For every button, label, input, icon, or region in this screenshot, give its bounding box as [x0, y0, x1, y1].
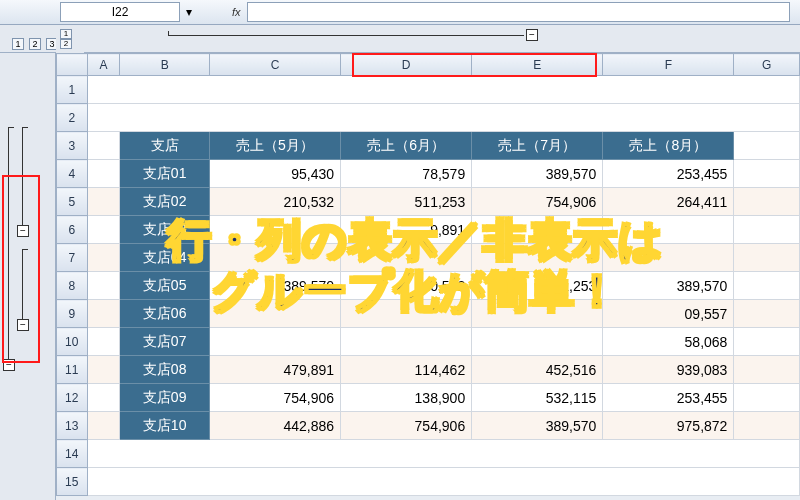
cell[interactable]: 511,253 — [341, 188, 472, 216]
cell[interactable]: 754,906 — [209, 384, 340, 412]
row-header[interactable]: 10 — [57, 328, 88, 356]
cell[interactable]: 442,886 — [209, 412, 340, 440]
branch-name[interactable]: 支店03 — [120, 216, 210, 244]
cell[interactable] — [734, 160, 800, 188]
cell[interactable] — [209, 328, 340, 356]
cell[interactable]: 532,115 — [472, 384, 603, 412]
cell[interactable] — [734, 412, 800, 440]
branch-name[interactable]: 支店04 — [120, 244, 210, 272]
col-header-F[interactable]: F — [603, 54, 734, 76]
cell[interactable] — [87, 188, 120, 216]
branch-name[interactable]: 支店09 — [120, 384, 210, 412]
cell[interactable]: 78,579 — [341, 160, 472, 188]
cell[interactable] — [87, 244, 120, 272]
cell[interactable] — [734, 384, 800, 412]
cell[interactable]: 939,083 — [603, 356, 734, 384]
cell[interactable]: 389,570 — [472, 160, 603, 188]
cell[interactable]: 479,891 — [209, 356, 340, 384]
cell[interactable]: 389,570 — [209, 272, 340, 300]
row-header[interactable]: 11 — [57, 356, 88, 384]
cell[interactable]: 58,068 — [603, 328, 734, 356]
branch-name[interactable]: 支店01 — [120, 160, 210, 188]
cell[interactable] — [603, 216, 734, 244]
row-header[interactable]: 8 — [57, 272, 88, 300]
cell[interactable]: 754,906 — [341, 412, 472, 440]
cell[interactable] — [734, 188, 800, 216]
cell[interactable] — [209, 244, 340, 272]
row-group-1-collapse-button[interactable]: − — [3, 359, 15, 371]
cell[interactable]: 264,411 — [603, 188, 734, 216]
row-header[interactable]: 2 — [57, 104, 88, 132]
name-box-dropdown[interactable]: ▾ — [186, 5, 192, 19]
row-group-3-collapse-button[interactable]: − — [17, 319, 29, 331]
row-group-2-collapse-button[interactable]: − — [17, 225, 29, 237]
formula-input[interactable] — [247, 2, 790, 22]
cell[interactable]: 389,570 — [472, 412, 603, 440]
cell[interactable] — [734, 328, 800, 356]
cell[interactable]: 253,455 — [603, 384, 734, 412]
row-header[interactable]: 5 — [57, 188, 88, 216]
col-level-1-button[interactable]: 1 — [60, 29, 72, 39]
cell[interactable] — [87, 132, 120, 160]
cell[interactable]: 253,455 — [603, 160, 734, 188]
cell[interactable] — [87, 216, 120, 244]
cell[interactable] — [341, 300, 472, 328]
cell[interactable]: 210,532 — [341, 272, 472, 300]
cell[interactable] — [87, 384, 120, 412]
row-header[interactable]: 4 — [57, 160, 88, 188]
cell[interactable]: 9,891 — [341, 216, 472, 244]
cell[interactable] — [734, 356, 800, 384]
header-jul[interactable]: 売上（7月） — [472, 132, 603, 160]
cell[interactable] — [87, 412, 120, 440]
cell[interactable] — [87, 300, 120, 328]
col-header-G[interactable]: G — [734, 54, 800, 76]
cell[interactable] — [209, 300, 340, 328]
cell[interactable]: 754,906 — [472, 188, 603, 216]
branch-name[interactable]: 支店02 — [120, 188, 210, 216]
cell[interactable] — [734, 300, 800, 328]
cell[interactable] — [87, 356, 120, 384]
row-header[interactable]: 13 — [57, 412, 88, 440]
cell[interactable] — [87, 328, 120, 356]
cell[interactable] — [472, 328, 603, 356]
col-header-B[interactable]: B — [120, 54, 210, 76]
row-header[interactable]: 3 — [57, 132, 88, 160]
header-jun[interactable]: 売上（6月） — [341, 132, 472, 160]
cell[interactable]: 138,900 — [341, 384, 472, 412]
cell[interactable] — [734, 132, 800, 160]
cell[interactable] — [87, 468, 799, 496]
cell[interactable] — [341, 328, 472, 356]
cell[interactable] — [472, 216, 603, 244]
cell[interactable]: 975,872 — [603, 412, 734, 440]
cell[interactable]: 389,570 — [603, 272, 734, 300]
name-box[interactable]: I22 — [60, 2, 180, 22]
cell[interactable]: 09,557 — [603, 300, 734, 328]
cell[interactable]: 114,462 — [341, 356, 472, 384]
cell[interactable] — [87, 272, 120, 300]
row-header[interactable]: 14 — [57, 440, 88, 468]
branch-name[interactable]: 支店07 — [120, 328, 210, 356]
col-header-A[interactable]: A — [87, 54, 120, 76]
row-header[interactable]: 7 — [57, 244, 88, 272]
cell[interactable] — [341, 244, 472, 272]
row-level-2-button[interactable]: 2 — [29, 38, 41, 50]
select-all-corner[interactable] — [57, 54, 88, 76]
row-header[interactable]: 12 — [57, 384, 88, 412]
cell[interactable] — [87, 160, 120, 188]
cell[interactable] — [209, 216, 340, 244]
cell[interactable]: 511,253 — [472, 272, 603, 300]
row-header[interactable]: 15 — [57, 468, 88, 496]
branch-name[interactable]: 支店08 — [120, 356, 210, 384]
cell[interactable] — [87, 104, 799, 132]
cell[interactable] — [87, 76, 799, 104]
cell[interactable] — [603, 244, 734, 272]
col-header-C[interactable]: C — [209, 54, 340, 76]
col-header-D[interactable]: D — [341, 54, 472, 76]
row-header[interactable]: 9 — [57, 300, 88, 328]
row-level-1-button[interactable]: 1 — [12, 38, 24, 50]
cell[interactable]: 452,516 — [472, 356, 603, 384]
col-header-E[interactable]: E — [472, 54, 603, 76]
cell[interactable]: 95,430 — [209, 160, 340, 188]
row-header[interactable]: 6 — [57, 216, 88, 244]
cell[interactable] — [734, 272, 800, 300]
